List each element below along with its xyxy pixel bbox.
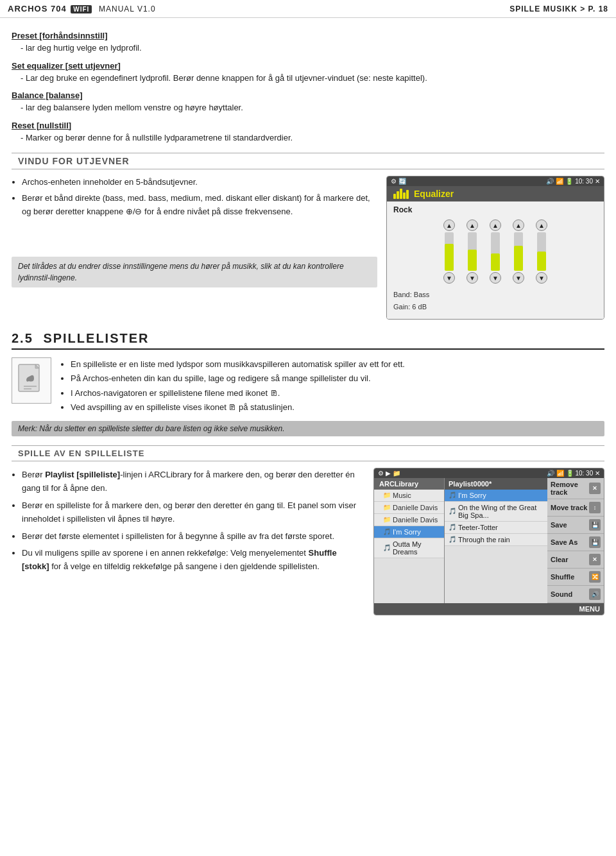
term-reset-desc: Marker og berør denne for å nullstille l…	[21, 132, 604, 144]
pl-bullet-4: Ved avspilling av en spilleliste vises i…	[71, 400, 405, 415]
pm-item-outta[interactable]: Outta My Dreams	[374, 538, 444, 558]
eq-info: Band: Bass Gain: 6 dB	[393, 289, 597, 312]
pm-right-imsorry[interactable]: I'm Sorry	[445, 490, 547, 502]
pm-left-header: ARCLibrary	[374, 478, 444, 490]
eq-fill-2	[468, 250, 477, 271]
playlist-file-icon	[17, 363, 46, 398]
eq-statusbar-left: ⚙ 🔄	[391, 178, 406, 185]
eq-bar-col-5: ▲ ▼	[536, 219, 547, 284]
shuffle-button[interactable]: Shuffle 🔀	[547, 569, 604, 586]
equalizer-text: Archos-enheten inneholder en 5-båndsutje…	[12, 176, 377, 320]
save-icon: 💾	[589, 519, 601, 531]
playlist-intro: En spilleliste er en liste med lydspor s…	[12, 357, 604, 414]
playlist-bullets: En spilleliste er en liste med lydspor s…	[60, 357, 405, 414]
spille-av-heading: SPILLE AV EN SPILLELISTE	[12, 445, 604, 461]
clear-icon: ✕	[589, 554, 601, 565]
playlist-icon-box	[12, 357, 51, 404]
pm-right-header: Playlist0000*	[445, 478, 547, 490]
term-equalizer-title: Set equalizer [sett utjevner]	[12, 61, 604, 71]
clear-button[interactable]: Clear ✕	[547, 551, 604, 569]
eq-track-1	[445, 232, 454, 271]
device-name: ARCHOS 704	[8, 4, 67, 13]
playlist-mockup: ⚙ ▶ 📁 🔊 📶 🔋 10: 30 ✕ ARCLibrary Music Da…	[373, 468, 604, 615]
pm-actions-panel: Remove track ✕ Move track ↕ Save 💾 Save …	[547, 478, 604, 603]
eq-bar-col-2: ▲ ▼	[466, 219, 478, 284]
sound-button[interactable]: Sound 🔊	[547, 586, 604, 603]
eq-bar-col-1: ▲ ▼	[443, 219, 455, 284]
eq-up-3[interactable]: ▲	[490, 219, 501, 231]
eq-statusbar: ⚙ 🔄 🔊 📶 🔋 10: 30 ✕	[387, 176, 604, 186]
playlist-play-section: Berør Playlist [spilleliste]-linjen i AR…	[12, 468, 604, 615]
eq-band: Band: Bass	[393, 289, 597, 301]
spille-bullet-1: Berør Playlist [spilleliste]-linjen i AR…	[22, 468, 364, 495]
eq-down-2[interactable]: ▼	[466, 272, 478, 284]
eq-bars: ▲ ▼ ▲ ▼	[393, 219, 597, 284]
term-balance-desc: lar deg balansere lyden mellom venstre o…	[21, 101, 604, 114]
equalizer-section-heading: VINDU FOR UTJEVNER	[12, 153, 604, 169]
version-text: V1.0	[137, 4, 156, 13]
eq-track-2	[468, 232, 477, 271]
eq-up-2[interactable]: ▲	[466, 219, 478, 231]
pm-item-danielle1[interactable]: Danielle Davis	[374, 502, 444, 514]
eq-bar-col-4: ▲ ▼	[513, 219, 524, 284]
chapter-number: 2.5	[12, 331, 33, 345]
eq-statusbar-right: 🔊 📶 🔋 10: 30 ✕	[546, 178, 600, 185]
save-as-button[interactable]: Save As 💾	[547, 534, 604, 551]
section-label: SPILLE MUSIKK > p. 18	[509, 4, 608, 13]
pm-item-imsorry[interactable]: I'm Sorry	[374, 526, 444, 538]
pm-item-music[interactable]: Music	[374, 490, 444, 502]
pm-right-onwing[interactable]: On the Wing of the Great Big Spa...	[445, 502, 547, 522]
playlist-play-text: Berør Playlist [spilleliste]-linjen i AR…	[12, 468, 364, 615]
save-button[interactable]: Save 💾	[547, 517, 604, 534]
remove-track-button[interactable]: Remove track ✕	[547, 478, 604, 499]
eq-down-1[interactable]: ▼	[443, 272, 455, 284]
eq-down-3[interactable]: ▼	[490, 272, 501, 284]
eq-track-4	[514, 232, 523, 271]
pl-bullet-2: På Archos-enheten din kan du spille, lag…	[71, 372, 405, 386]
eq-icon	[393, 189, 409, 199]
pm-statusbar: ⚙ ▶ 📁 🔊 📶 🔋 10: 30 ✕	[374, 468, 604, 478]
pm-right-teeter[interactable]: Teeter-Totter	[445, 522, 547, 534]
pm-item-danielle2[interactable]: Danielle Davis	[374, 514, 444, 526]
term-preset-desc: lar deg hurtig velge en lydprofil.	[21, 42, 604, 55]
eq-up-5[interactable]: ▲	[536, 219, 547, 231]
move-track-button[interactable]: Move track ↕	[547, 499, 604, 517]
move-track-icon: ↕	[589, 502, 601, 513]
eq-gain: Gain: 6 dB	[393, 301, 597, 313]
equalizer-two-col: Archos-enheten inneholder en 5-båndsutje…	[12, 176, 604, 320]
eq-body: Rock ▲ ▼ ▲	[387, 201, 604, 319]
pm-left-panel: ARCLibrary Music Danielle Davis Danielle…	[374, 478, 444, 603]
eq-down-5[interactable]: ▼	[536, 272, 547, 284]
eq-up-4[interactable]: ▲	[513, 219, 524, 231]
eq-bullet-1: Archos-enheten inneholder en 5-båndsutje…	[22, 176, 377, 189]
eq-fill-3	[491, 253, 500, 271]
terms-list: Preset [forhåndsinnstill] lar deg hurtig…	[12, 31, 604, 144]
term-equalizer-desc: Lar deg bruke en egendefinert lydprofil.…	[21, 72, 604, 85]
sound-icon: 🔊	[589, 588, 601, 600]
eq-title: Equalizer	[414, 189, 454, 199]
eq-bar-col-3: ▲ ▼	[490, 219, 501, 284]
term-reset-title: Reset [nullstill]	[12, 121, 604, 130]
spille-bullet-2: Berør en spilleliste for å markere den, …	[22, 499, 364, 526]
term-preset-title: Preset [forhåndsinnstill]	[12, 31, 604, 40]
merk-box: Merk: Når du sletter en spilleliste slet…	[12, 421, 604, 436]
eq-fill-4	[514, 246, 523, 271]
pm-right-through[interactable]: Through the rain	[445, 534, 547, 546]
shuffle-icon: 🔀	[589, 571, 601, 583]
eq-up-1[interactable]: ▲	[443, 219, 455, 231]
manual-text: MANUAL	[99, 4, 135, 13]
spille-bullet-4: Du vil muligens spille av sporene i en a…	[22, 546, 364, 574]
pm-right-panel: Playlist0000* I'm Sorry On the Wing of t…	[445, 478, 547, 603]
equalizer-mockup: ⚙ 🔄 🔊 📶 🔋 10: 30 ✕ Equal	[386, 176, 604, 320]
pm-status-right: 🔊 📶 🔋 10: 30 ✕	[547, 470, 600, 477]
main-content: Preset [forhåndsinnstill] lar deg hurtig…	[0, 18, 616, 622]
chapter-title: SPILLELISTER	[43, 331, 149, 345]
eq-titlebar: Equalizer	[387, 186, 604, 201]
pm-bottom-bar: MENU	[374, 603, 604, 615]
pm-body: ARCLibrary Music Danielle Davis Danielle…	[374, 478, 604, 603]
eq-note: Det tilrådes at du endrer disse innstill…	[12, 257, 377, 287]
eq-fill-1	[445, 244, 454, 271]
pm-status-left: ⚙ ▶ 📁	[378, 470, 400, 477]
page-header: ARCHOS 704 WIFI MANUAL V1.0 SPILLE MUSIK…	[0, 0, 616, 18]
eq-down-4[interactable]: ▼	[513, 272, 524, 284]
